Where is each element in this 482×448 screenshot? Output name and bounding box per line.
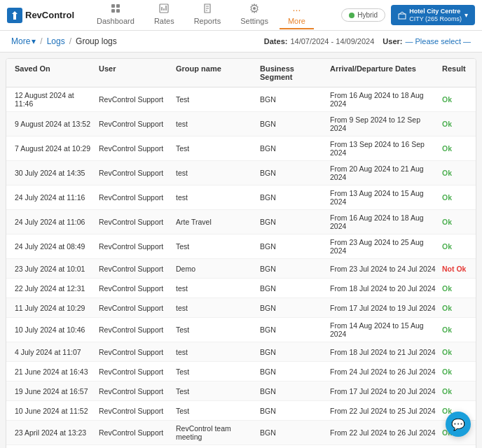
cell-segment: BGN [257,348,327,356]
cell-saved-on: 4 July 2024 at 11:07 [12,348,96,356]
cell-result: Ok [439,326,476,334]
cell-user: RevControl Support [96,304,173,312]
dates-label: Dates: [264,37,288,46]
svg-rect-4 [111,9,115,13]
cell-dates: From 23 Aug 2024 to 25 Aug 2024 [327,238,439,255]
settings-icon [249,4,259,15]
cell-group-name: Test [173,326,257,334]
cell-dates: From 17 Jul 2024 to 19 Jul 2024 [327,304,439,312]
cell-segment: BGN [257,284,327,293]
cell-group-name: Test [173,387,257,396]
table-row: 24 July 2024 at 11:16 RevControl Support… [6,186,476,210]
cell-dates: From 17 Jul 2024 to 20 Jul 2024 [327,387,439,396]
cell-segment: BGN [257,169,327,177]
header-segment: Business Segment [257,64,327,81]
cell-dates: From 13 Aug 2024 to 15 Aug 2024 [327,189,439,206]
cell-saved-on: 21 June 2024 at 16:43 [12,368,96,376]
breadcrumb-current: Group logs [76,36,117,46]
breadcrumb-sep-2: / [69,36,71,46]
chat-button[interactable]: 💬 [446,412,471,437]
dashboard-icon [111,4,120,15]
cell-group-name: Demo [173,265,257,273]
svg-point-13 [253,7,256,10]
cell-group-name: Test [173,407,257,415]
table-row: 23 April 2024 at 13:22 RevControl Suppor… [6,445,476,448]
dates-value: 14/07/2024 - 14/09/2024 [290,37,374,46]
table-row: 23 April 2024 at 13:23 RevControl Suppor… [6,421,476,445]
cell-saved-on: 24 July 2024 at 11:16 [12,193,96,202]
header-user: User [96,64,173,81]
hotel-name: Hotel City Centre [409,8,462,15]
cell-result: Not Ok [439,265,476,273]
svg-rect-5 [116,9,120,13]
cell-group-name: test [173,284,257,293]
cell-group-name: test [173,304,257,312]
table-row: 19 June 2024 at 16:57 RevControl Support… [6,382,476,401]
nav-more[interactable]: ··· More [280,1,314,29]
svg-rect-14 [399,14,406,19]
table-row: 10 June 2024 at 11:52 RevControl Support… [6,401,476,421]
hybrid-button[interactable]: Hybrid [341,8,385,22]
nav-dashboard[interactable]: Dashboard [88,1,143,29]
cell-group-name: test [173,193,257,202]
table-row: 10 July 2024 at 10:46 RevControl Support… [6,318,476,342]
cell-dates: From 16 Aug 2024 to 18 Aug 2024 [327,91,439,108]
nav-settings-label: Settings [240,17,268,25]
cell-saved-on: 22 July 2024 at 12:31 [12,284,96,293]
nav-reports[interactable]: Reports [186,1,230,29]
table-body: 12 August 2024 at 11:46 RevControl Suppo… [6,88,476,448]
table-row: 23 July 2024 at 10:01 RevControl Support… [6,259,476,279]
chat-icon: 💬 [451,418,465,431]
breadcrumb-more[interactable]: More ▾ [11,36,36,46]
user-value[interactable]: — Please select — [405,37,471,46]
breadcrumb-sep-1: / [40,36,42,46]
nav-rates[interactable]: Rates [146,1,183,29]
cell-group-name: Test [173,242,257,251]
cell-user: RevControl Support [96,265,173,273]
cell-user: RevControl Support [96,368,173,376]
cell-group-name: RevControl team meeting [173,424,257,441]
cell-segment: BGN [257,407,327,415]
cell-user: RevControl Support [96,169,173,177]
cell-saved-on: 10 June 2024 at 11:52 [12,407,96,415]
header-saved-on: Saved On [12,64,96,81]
cell-user: RevControl Support [96,218,173,226]
cell-user: RevControl Support [96,326,173,334]
cell-segment: BGN [257,95,327,104]
cell-result: Ok [439,169,476,177]
cell-user: RevControl Support [96,348,173,356]
cell-segment: BGN [257,193,327,202]
cell-user: RevControl Support [96,387,173,396]
cell-segment: BGN [257,265,327,273]
cell-result: Ok [439,193,476,202]
logo: RevControl [7,8,74,23]
nav-dashboard-label: Dashboard [97,17,135,25]
cell-user: RevControl Support [96,428,173,437]
cell-result: Ok [439,368,476,376]
cell-result: Ok [439,387,476,396]
cell-dates: From 14 Aug 2024 to 15 Aug 2024 [327,321,439,338]
breadcrumb-bar: More ▾ / Logs / Group logs Dates: 14/07/… [0,31,482,52]
hotel-selector[interactable]: Hotel City Centre CITY (265 Rooms) ▾ [391,5,475,25]
cell-dates: From 18 Jul 2024 to 21 Jul 2024 [327,348,439,356]
cell-dates: From 23 Jul 2024 to 24 Jul 2024 [327,265,439,273]
cell-user: RevControl Support [96,284,173,293]
table-header: Saved On User Group name Business Segmen… [6,59,476,88]
cell-saved-on: 12 August 2024 at 11:46 [12,91,96,108]
hotel-chevron-icon: ▾ [464,11,468,19]
cell-dates: From 13 Sep 2024 to 16 Sep 2024 [327,140,439,157]
nav-rates-label: Rates [154,17,174,25]
table-row: 24 July 2024 at 11:06 RevControl Support… [6,210,476,234]
table-row: 9 August 2024 at 13:52 RevControl Suppor… [6,112,476,136]
cell-saved-on: 9 August 2024 at 13:52 [12,120,96,128]
cell-saved-on: 7 August 2024 at 10:29 [12,144,96,153]
user-label: User: [383,37,402,46]
breadcrumb-logs[interactable]: Logs [47,36,65,46]
table-row: 22 July 2024 at 12:31 RevControl Support… [6,279,476,298]
cell-user: RevControl Support [96,95,173,104]
cell-group-name: Test [173,95,257,104]
cell-result: Ok [439,120,476,128]
header-dates: Arrival/Departure Dates [327,64,439,81]
nav-settings[interactable]: Settings [232,1,277,29]
filter-user: User: — Please select — [383,37,471,46]
